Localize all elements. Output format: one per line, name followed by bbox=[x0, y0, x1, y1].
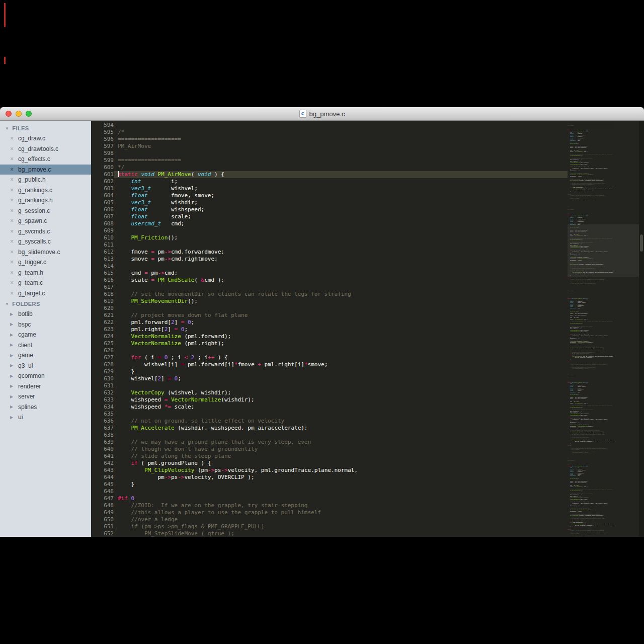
code-line-600[interactable]: 600*/ bbox=[91, 164, 568, 171]
disclosure-collapsed-icon[interactable]: ▶ bbox=[10, 353, 15, 358]
sidebar-file-g_team.h[interactable]: ×g_team.h bbox=[0, 268, 91, 278]
code-line-627[interactable]: 627 for ( i = 0 ; i < 2 ; i++ ) { bbox=[91, 354, 568, 361]
code-line-604[interactable]: 604 float fmove, smove; bbox=[91, 192, 568, 199]
code-editor[interactable]: 594595/*596===================597PM_AirM… bbox=[91, 121, 568, 537]
code-line-648[interactable]: 648 //ZOID: If we are on the grapple, tr… bbox=[91, 502, 568, 509]
code-line-649[interactable]: 649 //this allows a player to use the gr… bbox=[91, 509, 568, 516]
minimize-window-button[interactable] bbox=[16, 111, 22, 117]
sidebar-file-g_svcmds.c[interactable]: ×g_svcmds.c bbox=[0, 226, 91, 237]
sidebar-file-cg_effects.c[interactable]: ×cg_effects.c bbox=[0, 154, 91, 165]
close-file-icon[interactable]: × bbox=[10, 177, 15, 183]
code-line-609[interactable]: 609 bbox=[91, 227, 568, 234]
code-line-623[interactable]: 623 pml.right[2] = 0; bbox=[91, 326, 568, 333]
code-line-599[interactable]: 599=================== bbox=[91, 157, 568, 164]
close-file-icon[interactable]: × bbox=[10, 167, 15, 173]
sidebar-folder-qcommon[interactable]: ▶qcommon bbox=[0, 371, 91, 381]
code-line-616[interactable]: 616 scale = PM_CmdScale( &cmd ); bbox=[91, 277, 568, 284]
disclosure-collapsed-icon[interactable]: ▶ bbox=[10, 363, 15, 368]
code-line-610[interactable]: 610 PM_Friction(); bbox=[91, 234, 568, 242]
code-line-617[interactable]: 617 bbox=[91, 284, 568, 291]
code-line-634[interactable]: 634 wishspeed *= scale; bbox=[91, 404, 568, 411]
scrollbar-thumb[interactable] bbox=[640, 234, 643, 252]
code-line-613[interactable]: 613 smove = pm->cmd.rightmove; bbox=[91, 256, 568, 263]
sidebar-file-g_public.h[interactable]: ×g_public.h bbox=[0, 175, 91, 185]
files-section-header[interactable]: ▼ FILES bbox=[0, 123, 91, 133]
close-file-icon[interactable]: × bbox=[10, 197, 15, 203]
code-line-595[interactable]: 595/* bbox=[91, 129, 568, 136]
code-line-632[interactable]: 632 VectorCopy (wishvel, wishdir); bbox=[91, 389, 568, 396]
code-line-597[interactable]: 597PM_AirMove bbox=[91, 143, 568, 150]
code-line-605[interactable]: 605 vec3_t wishdir; bbox=[91, 199, 568, 206]
sidebar-folder-cgame[interactable]: ▶cgame bbox=[0, 330, 91, 340]
code-line-621[interactable]: 621 // project moves down to flat plane bbox=[91, 312, 568, 319]
code-line-614[interactable]: 614 bbox=[91, 263, 568, 270]
minimap[interactable]: /*===================PM_AirMove=========… bbox=[568, 121, 639, 537]
code-line-628[interactable]: 628 wishvel[i] = pml.forward[i]*fmove + … bbox=[91, 361, 568, 368]
code-line-651[interactable]: 651 if (pm->ps->pm_flags & PMF_GRAPPLE_P… bbox=[91, 523, 568, 530]
code-line-643[interactable]: 643 PM_ClipVelocity (pm->ps->velocity, p… bbox=[91, 467, 568, 474]
sidebar-folder-client[interactable]: ▶client bbox=[0, 340, 91, 351]
code-line-607[interactable]: 607 float scale; bbox=[91, 213, 568, 220]
disclosure-collapsed-icon[interactable]: ▶ bbox=[10, 312, 15, 316]
sidebar-folder-game[interactable]: ▶game bbox=[0, 350, 91, 361]
sidebar-folder-splines[interactable]: ▶splines bbox=[0, 402, 91, 413]
sidebar-file-g_trigger.c[interactable]: ×g_trigger.c bbox=[0, 257, 91, 268]
close-file-icon[interactable]: × bbox=[10, 146, 15, 152]
code-line-633[interactable]: 633 wishspeed = VectorNormalize(wishdir)… bbox=[91, 396, 568, 404]
code-line-620[interactable]: 620 bbox=[91, 305, 568, 312]
folders-section-header[interactable]: ▼ FOLDERS bbox=[0, 298, 91, 309]
code-line-631[interactable]: 631 bbox=[91, 382, 568, 389]
code-line-647[interactable]: 647#if 0 bbox=[91, 495, 568, 502]
close-file-icon[interactable]: × bbox=[10, 208, 15, 214]
code-line-602[interactable]: 602 int i; bbox=[91, 178, 568, 185]
vertical-scrollbar[interactable] bbox=[639, 121, 644, 537]
code-line-612[interactable]: 612 fmove = pm->cmd.forwardmove; bbox=[91, 249, 568, 256]
code-line-596[interactable]: 596=================== bbox=[91, 136, 568, 143]
zoom-window-button[interactable] bbox=[26, 111, 32, 117]
close-file-icon[interactable]: × bbox=[10, 249, 15, 255]
code-line-637[interactable]: 637 PM_Accelerate (wishdir, wishspeed, p… bbox=[91, 425, 568, 432]
sidebar-folder-server[interactable]: ▶server bbox=[0, 391, 91, 402]
sidebar-folder-botlib[interactable]: ▶botlib bbox=[0, 309, 91, 319]
disclosure-collapsed-icon[interactable]: ▶ bbox=[10, 415, 15, 420]
close-file-icon[interactable]: × bbox=[10, 228, 15, 234]
code-line-624[interactable]: 624 VectorNormalize (pml.forward); bbox=[91, 333, 568, 340]
code-line-606[interactable]: 606 float wishspeed; bbox=[91, 206, 568, 213]
code-line-622[interactable]: 622 pml.forward[2] = 0; bbox=[91, 319, 568, 326]
sidebar-folder-ui[interactable]: ▶ui bbox=[0, 412, 91, 423]
disclosure-collapsed-icon[interactable]: ▶ bbox=[10, 322, 15, 327]
code-line-618[interactable]: 618 // set the movementDir so clients ca… bbox=[91, 291, 568, 298]
disclosure-collapsed-icon[interactable]: ▶ bbox=[10, 394, 15, 399]
code-line-652[interactable]: 652 PM_StepSlideMove ( qtrue ); bbox=[91, 530, 568, 537]
close-file-icon[interactable]: × bbox=[10, 290, 15, 296]
disclosure-collapsed-icon[interactable]: ▶ bbox=[10, 405, 15, 409]
close-file-icon[interactable]: × bbox=[10, 218, 15, 224]
code-line-636[interactable]: 636 // not on ground, so little effect o… bbox=[91, 418, 568, 425]
code-line-626[interactable]: 626 bbox=[91, 347, 568, 354]
code-line-619[interactable]: 619 PM_SetMovementDir(); bbox=[91, 298, 568, 305]
sidebar-file-bg_pmove.c[interactable]: ×bg_pmove.c bbox=[0, 165, 91, 175]
close-file-icon[interactable]: × bbox=[10, 259, 15, 265]
code-line-641[interactable]: 641 // slide along the steep plane bbox=[91, 453, 568, 460]
close-file-icon[interactable]: × bbox=[10, 187, 15, 193]
sidebar-folder-q3_ui[interactable]: ▶q3_ui bbox=[0, 361, 91, 371]
code-line-603[interactable]: 603 vec3_t wishvel; bbox=[91, 185, 568, 192]
close-file-icon[interactable]: × bbox=[10, 238, 15, 245]
code-line-642[interactable]: 642 if ( pml.groundPlane ) { bbox=[91, 460, 568, 467]
sidebar-file-g_session.c[interactable]: ×g_session.c bbox=[0, 206, 91, 216]
disclosure-collapsed-icon[interactable]: ▶ bbox=[10, 333, 15, 337]
sidebar-file-g_target.c[interactable]: ×g_target.c bbox=[0, 288, 91, 299]
sidebar-file-bg_slidemove.c[interactable]: ×bg_slidemove.c bbox=[0, 247, 91, 258]
close-file-icon[interactable]: × bbox=[10, 270, 15, 276]
sidebar-folder-bspc[interactable]: ▶bspc bbox=[0, 319, 91, 330]
code-line-598[interactable]: 598 bbox=[91, 150, 568, 157]
close-file-icon[interactable]: × bbox=[10, 156, 15, 162]
code-line-650[interactable]: 650 //over a ledge bbox=[91, 516, 568, 523]
code-line-594[interactable]: 594 bbox=[91, 122, 568, 129]
sidebar-file-g_rankings.h[interactable]: ×g_rankings.h bbox=[0, 195, 91, 206]
code-line-644[interactable]: 644 pm->ps->velocity, OVERCLIP ); bbox=[91, 474, 568, 481]
code-line-615[interactable]: 615 cmd = pm->cmd; bbox=[91, 270, 568, 277]
code-line-646[interactable]: 646 bbox=[91, 488, 568, 495]
close-file-icon[interactable]: × bbox=[10, 280, 15, 286]
code-line-625[interactable]: 625 VectorNormalize (pml.right); bbox=[91, 340, 568, 347]
